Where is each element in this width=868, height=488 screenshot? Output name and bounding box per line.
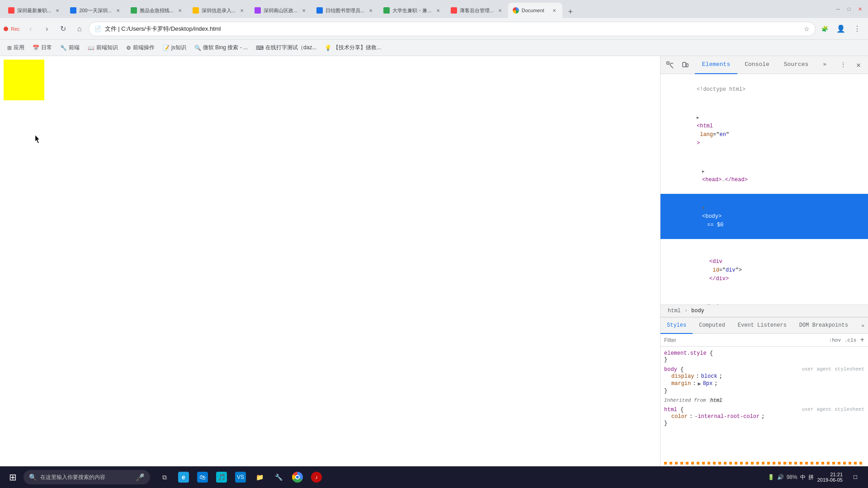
taskbar-app-folder[interactable]: 📁 bbox=[250, 468, 269, 486]
address-bar[interactable]: 📄 文件 | C:/Users/卡卡罗特/Desktop/index.html … bbox=[89, 22, 816, 36]
add-style-button[interactable]: + bbox=[860, 336, 864, 344]
tab-close-8[interactable]: ✕ bbox=[496, 7, 504, 14]
tab-favicon-9 bbox=[513, 7, 519, 14]
bookmark-daily[interactable]: 📅 日常 bbox=[29, 42, 56, 54]
tab-2[interactable]: 200一天深圳... ✕ bbox=[66, 3, 126, 18]
tab-close-9[interactable]: ✕ bbox=[551, 7, 558, 14]
tab-close-4[interactable]: ✕ bbox=[238, 7, 245, 14]
devtools-tab-elements[interactable]: Elements bbox=[695, 56, 737, 74]
devtools-tab-console[interactable]: Console bbox=[737, 56, 777, 74]
body-line[interactable]: <body> == $0 bbox=[660, 194, 868, 239]
bookmark-typing[interactable]: ⌨ 在线打字测试（daz... bbox=[252, 42, 320, 54]
styles-tab-dom-breakpoints[interactable]: DOM Breakpoints bbox=[793, 318, 854, 334]
tab-close-1[interactable]: ✕ bbox=[54, 7, 61, 14]
menu-button[interactable]: ⋮ bbox=[850, 22, 864, 36]
bookmark-apps[interactable]: ⊞ 应用 bbox=[4, 42, 28, 54]
refresh-button[interactable]: ↻ bbox=[56, 22, 71, 36]
new-tab-button[interactable]: + bbox=[564, 5, 577, 18]
bookmark-star-icon[interactable]: ☆ bbox=[804, 25, 810, 33]
head-line[interactable]: <head>…</head> bbox=[660, 158, 868, 194]
styles-tab-styles[interactable]: Styles bbox=[660, 318, 693, 334]
netease-icon: ♪ bbox=[311, 472, 322, 483]
tab-close-5[interactable]: ✕ bbox=[300, 7, 307, 14]
cls-pseudo-button[interactable]: .cls bbox=[844, 338, 856, 343]
vscode-icon: VS bbox=[235, 472, 246, 483]
element-picker-button[interactable] bbox=[664, 59, 676, 71]
styles-filter-input[interactable] bbox=[664, 337, 826, 343]
minimize-button[interactable]: ─ bbox=[834, 5, 843, 14]
styles-more-tabs[interactable]: » bbox=[858, 323, 868, 328]
devtools-more-tabs[interactable]: » bbox=[816, 56, 834, 74]
html-doctype-line[interactable]: <!doctype html> bbox=[660, 76, 868, 104]
body-close-line[interactable]: </body> bbox=[660, 293, 868, 305]
taskbar-app-netease[interactable]: ♪ bbox=[307, 468, 326, 486]
tab-1[interactable]: 深圳最新兼职... ✕ bbox=[4, 3, 66, 18]
tab-3[interactable]: 雅品会急招线... ✕ bbox=[126, 3, 188, 18]
bookmark-fe-ops[interactable]: ⚙ 前端操作 bbox=[123, 42, 158, 54]
tab-favicon-4 bbox=[193, 7, 199, 14]
bookmarks-bar: ⊞ 应用 📅 日常 🔧 前端 📖 前端知识 ⚙ 前端操作 📝 js知识 🔍 微软… bbox=[0, 40, 868, 56]
tab-close-3[interactable]: ✕ bbox=[176, 7, 184, 14]
tab-9[interactable]: Document ✕ bbox=[508, 3, 562, 18]
body-toggle[interactable] bbox=[702, 204, 708, 212]
toolbar: Rec ‹ › ↻ ⌂ 📄 文件 | C:/Users/卡卡罗特/Desktop… bbox=[0, 18, 868, 40]
taskbar-search-box[interactable]: 🔍 在这里输入你要搜索的内容 🎤 bbox=[24, 470, 150, 484]
html-tag-line[interactable]: <html lang="en" > bbox=[660, 104, 868, 158]
taskbar-clock[interactable]: 21:21 2019-06-05 bbox=[817, 472, 843, 483]
close-button[interactable]: ✕ bbox=[855, 5, 864, 14]
input-method-zh[interactable]: 中 bbox=[800, 474, 806, 481]
bookmark-js[interactable]: 📝 js知识 bbox=[159, 42, 190, 54]
hov-pseudo-button[interactable]: :hov bbox=[829, 338, 841, 343]
tab-6[interactable]: 日结图书管理员... ✕ bbox=[312, 3, 379, 18]
breadcrumb-body[interactable]: body bbox=[688, 307, 708, 315]
taskbar-app-media[interactable]: 🎵 bbox=[212, 468, 231, 486]
forward-button[interactable]: › bbox=[40, 22, 54, 36]
taskbar-app-store[interactable]: 🛍 bbox=[193, 468, 212, 486]
element-picker-icon bbox=[666, 61, 674, 69]
taskbar-app-tools[interactable]: 🔧 bbox=[269, 468, 288, 486]
tab-4[interactable]: 深圳信息录入... ✕ bbox=[188, 3, 250, 18]
tab-5[interactable]: 深圳南山区政... ✕ bbox=[250, 3, 312, 18]
taskbar-app-ie[interactable]: e bbox=[175, 468, 193, 486]
html-toggle[interactable] bbox=[697, 113, 702, 122]
bookmark-frontend[interactable]: 🔧 前端 bbox=[57, 42, 83, 54]
taskbar-app-taskview[interactable]: ⧉ bbox=[156, 468, 174, 486]
taskbar-mic-icon[interactable]: 🎤 bbox=[136, 473, 145, 482]
head-toggle[interactable] bbox=[702, 167, 708, 176]
bookmark-fe-knowledge[interactable]: 📖 前端知识 bbox=[84, 42, 122, 54]
input-method-pin[interactable]: 拼 bbox=[808, 474, 814, 481]
device-toolbar-button[interactable] bbox=[679, 59, 691, 71]
breadcrumb-html[interactable]: html bbox=[664, 307, 684, 315]
tab-favicon-3 bbox=[131, 7, 137, 14]
tab-7[interactable]: 大学生兼职・兼... ✕ bbox=[379, 3, 446, 18]
profile-button[interactable]: 👤 bbox=[834, 22, 848, 36]
extensions-button[interactable]: 🧩 bbox=[817, 22, 832, 36]
styles-tab-event-listeners[interactable]: Event Listeners bbox=[731, 318, 793, 334]
tab-close-6[interactable]: ✕ bbox=[367, 7, 374, 14]
start-button[interactable]: ⊞ bbox=[4, 468, 22, 486]
bookmark-tech[interactable]: 💡 【技术分享】拯救... bbox=[321, 42, 385, 54]
body-tag: <body> bbox=[702, 213, 722, 220]
bookmark-bing[interactable]: 🔍 微软 Bing 搜索 - ... bbox=[191, 42, 251, 54]
styles-content: element.style { } body user agent styles… bbox=[660, 347, 868, 462]
bookmark-icon-frontend: 🔧 bbox=[60, 45, 67, 51]
tab-8[interactable]: 薄客后台管理... ✕ bbox=[446, 3, 508, 18]
webpage-viewport[interactable] bbox=[0, 56, 660, 466]
tab-close-7[interactable]: ✕ bbox=[434, 7, 442, 14]
devtools-settings-button[interactable]: ⋮ bbox=[837, 59, 849, 71]
html-style-block: color : -internal-root-color; bbox=[664, 413, 864, 420]
taskbar-app-vscode[interactable]: VS bbox=[231, 468, 250, 486]
tab-close-2[interactable]: ✕ bbox=[114, 7, 122, 14]
devtools-close-button[interactable]: ✕ bbox=[853, 59, 864, 71]
inherited-html-ref[interactable]: html bbox=[709, 398, 723, 403]
back-button[interactable]: ‹ bbox=[24, 22, 38, 36]
devtools-tab-sources[interactable]: Sources bbox=[777, 56, 816, 74]
taskbar-app-chrome[interactable] bbox=[288, 468, 307, 486]
maximize-button[interactable]: □ bbox=[844, 5, 854, 14]
div-close-tag: </div> bbox=[709, 276, 729, 282]
notification-center-button[interactable]: ☐ bbox=[846, 468, 864, 486]
volume-icon[interactable]: 🔊 bbox=[777, 474, 784, 480]
home-button[interactable]: ⌂ bbox=[72, 22, 87, 36]
div-line[interactable]: <div id="div"> </div> bbox=[660, 239, 868, 293]
styles-tab-computed[interactable]: Computed bbox=[693, 318, 731, 334]
